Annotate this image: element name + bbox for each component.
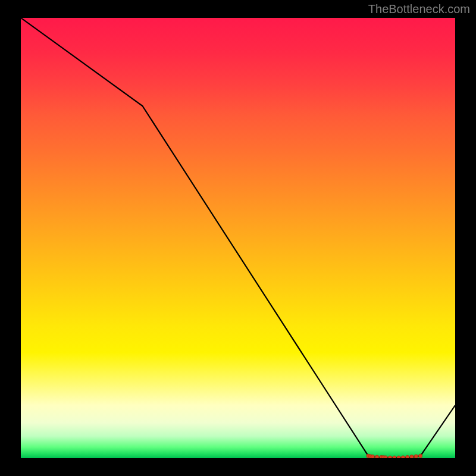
attribution-text: TheBottleneck.com (368, 2, 470, 16)
chart-svg (21, 18, 455, 458)
data-marker (388, 456, 392, 458)
data-marker (371, 455, 374, 458)
data-marker (397, 456, 400, 458)
data-line (21, 18, 455, 458)
data-marker (406, 455, 409, 458)
data-marker (414, 455, 418, 458)
data-marker (375, 455, 378, 458)
data-marker (384, 456, 387, 458)
data-marker (410, 455, 414, 458)
chart-plot-area (21, 18, 455, 458)
data-marker (393, 456, 396, 458)
data-marker (418, 454, 422, 458)
data-marker (401, 456, 405, 458)
